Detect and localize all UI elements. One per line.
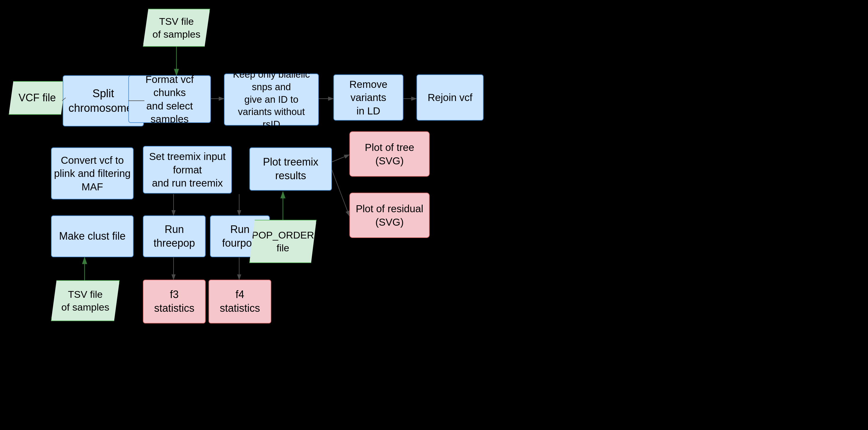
plot-tree-label: Plot of tree (SVG) (365, 141, 414, 167)
make-clust-node: Make clust file (51, 216, 133, 257)
pop-order-label: POP_ORDER file (246, 229, 319, 254)
tsv-top-label: TSV file of samples (147, 15, 206, 40)
plot-treemix-node: Plot treemix results (249, 147, 332, 191)
remove-variants-label: Remove variants in LD (334, 78, 403, 118)
rejoin-vcf-label: Rejoin vcf (428, 91, 472, 104)
pop-order-node: POP_ORDER file (249, 220, 316, 263)
keep-biallelic-node: Keep only biallelic snps and give an ID … (224, 74, 319, 125)
tsv-bottom-node: TSV file of samples (51, 280, 120, 321)
f4-statistics-label: f4 statistics (220, 288, 260, 315)
set-treemix-node: Set treemix input format and run treemix (143, 146, 232, 194)
plot-treemix-label: Plot treemix results (250, 155, 331, 183)
format-vcf-node: Format vcf chunks and select samples (128, 75, 211, 123)
remove-variants-node: Remove variants in LD (333, 75, 403, 120)
plot-residual-label: Plot of residual (SVG) (356, 202, 424, 229)
arrows-layer-2 (0, 0, 868, 430)
f3-statistics-label: f3 statistics (154, 288, 194, 315)
plot-tree-node: Plot of tree (SVG) (349, 132, 430, 177)
make-clust-label: Make clust file (59, 229, 125, 243)
run-threepop-label: Run threepop (153, 223, 195, 250)
run-threepop-node: Run threepop (143, 216, 206, 257)
f3-statistics-node: f3 statistics (143, 280, 206, 323)
set-treemix-label: Set treemix input format and run treemix (144, 150, 231, 190)
svg-line-14 (332, 169, 349, 216)
rejoin-vcf-node: Rejoin vcf (416, 75, 484, 120)
plot-residual-node: Plot of residual (SVG) (349, 193, 430, 238)
split-chromosomes-label: Split chromosomes (68, 86, 138, 115)
svg-line-13 (332, 155, 349, 162)
keep-biallelic-label: Keep only biallelic snps and give an ID … (225, 68, 318, 131)
vcf-file-node: VCF file (9, 81, 66, 115)
f4-statistics-node: f4 statistics (209, 280, 271, 323)
convert-vcf-node: Convert vcf to plink and filtering MAF (51, 147, 133, 199)
convert-vcf-label: Convert vcf to plink and filtering MAF (54, 153, 131, 194)
tsv-bottom-label: TSV file of samples (55, 288, 115, 314)
format-vcf-label: Format vcf chunks and select samples (129, 73, 210, 126)
vcf-file-label: VCF file (14, 91, 60, 105)
tsv-top-node: TSV file of samples (143, 9, 210, 47)
arrows-layer (0, 0, 868, 430)
flow-diagram: TSV file of samples VCF file Split chrom… (0, 0, 868, 430)
